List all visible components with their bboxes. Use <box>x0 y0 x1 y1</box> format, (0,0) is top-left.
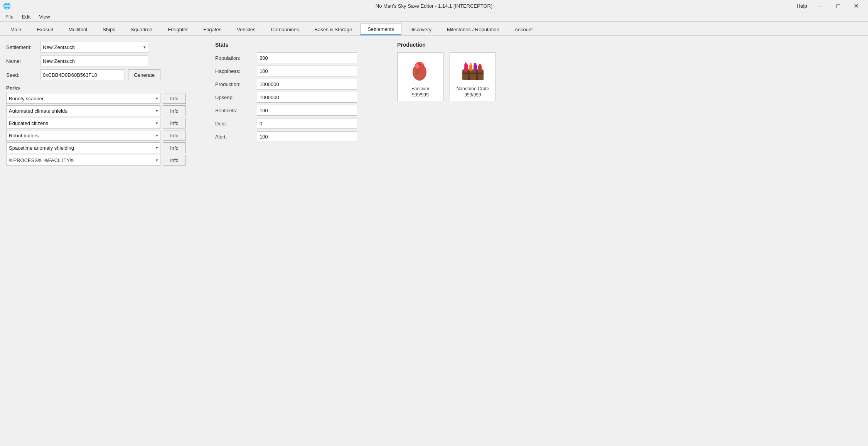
tab-multitool[interactable]: Multitool <box>61 24 94 35</box>
stat-label-debt: Debt: <box>215 121 254 127</box>
stat-row-alert: Alert: <box>215 131 385 142</box>
maximize-button[interactable]: □ <box>829 0 847 12</box>
stat-input-production[interactable] <box>257 79 357 90</box>
svg-rect-10 <box>465 63 467 65</box>
faecium-icon <box>407 57 434 84</box>
seed-input[interactable] <box>40 69 125 80</box>
settlement-select[interactable]: New Zentsuch <box>40 42 148 52</box>
minimize-button[interactable]: − <box>812 0 829 12</box>
menu-file[interactable]: File <box>2 13 17 20</box>
stat-input-sentinels[interactable] <box>257 105 357 116</box>
perk-select-wrapper-4: Spacetime anomaly shielding <box>6 142 160 153</box>
perk-info-button-5[interactable]: Info <box>163 155 186 166</box>
settlement-row: Settlement: New Zentsuch <box>6 42 203 52</box>
stat-input-happiness[interactable] <box>257 66 357 76</box>
stat-label-alert: Alert: <box>215 134 254 140</box>
tab-ships[interactable]: Ships <box>95 24 123 35</box>
svg-rect-5 <box>462 69 484 80</box>
svg-point-3 <box>416 68 420 74</box>
title-bar: 🌐 No Man's Sky Save Editor - 1.14.1 (INT… <box>0 0 868 12</box>
tab-freighter[interactable]: Freighter <box>160 24 195 35</box>
perk-select-0[interactable]: Bounty scanner <box>6 93 160 104</box>
generate-button[interactable]: Generate <box>128 69 160 80</box>
perk-info-button-3[interactable]: Info <box>163 130 186 141</box>
perk-select-2[interactable]: Educated citizens <box>6 118 160 128</box>
tab-squadron[interactable]: Squadron <box>123 24 160 35</box>
perk-info-button-4[interactable]: Info <box>163 142 186 153</box>
perk-select-wrapper-5: %PROCESS% %FACILITY% <box>6 155 160 166</box>
production-item-nanotube-crate[interactable]: Nanotube Crate 999/999 <box>450 52 496 101</box>
tab-bar: Main Exosuit Multitool Ships Squadron Fr… <box>0 22 868 35</box>
svg-rect-14 <box>474 64 477 71</box>
stat-label-happiness: Happiness: <box>215 68 254 74</box>
production-item-faecium[interactable]: Faecium 999/999 <box>397 52 443 101</box>
tab-milestones[interactable]: Milestones / Reputation <box>440 24 507 35</box>
stat-label-production: Production: <box>215 81 254 87</box>
perk-select-3[interactable]: Robot butlers <box>6 130 160 141</box>
settlement-label: Settlement: <box>6 44 37 50</box>
perk-info-button-0[interactable]: Info <box>163 93 186 104</box>
name-input[interactable] <box>40 56 148 66</box>
close-button[interactable]: ✕ <box>847 0 865 12</box>
perk-select-wrapper-2: Educated citizens <box>6 118 160 128</box>
window-title: No Man's Sky Save Editor - 1.14.1 (INTER… <box>376 3 493 9</box>
tab-exosuit[interactable]: Exosuit <box>29 24 61 35</box>
tab-discovery[interactable]: Discovery <box>402 24 439 35</box>
stat-row-happiness: Happiness: <box>215 66 385 76</box>
stat-row-debt: Debt: <box>215 118 385 129</box>
window-controls: − □ ✕ <box>812 0 865 12</box>
tab-frigates[interactable]: Frigates <box>196 24 229 35</box>
stat-row-upkeep: Upkeep: <box>215 92 385 103</box>
help-label[interactable]: Help <box>792 3 812 9</box>
production-title: Production <box>397 42 862 48</box>
title-bar-left: 🌐 <box>3 2 11 10</box>
perk-select-1[interactable]: Automated climate shields <box>6 105 160 116</box>
stat-row-production: Production: <box>215 79 385 90</box>
stat-row-sentinels: Sentinels: <box>215 105 385 116</box>
perk-row-1: Automated climate shields Info <box>6 105 203 116</box>
tab-vehicles[interactable]: Vehicles <box>229 24 263 35</box>
perks-label: Perks <box>6 85 203 91</box>
main-content: Settlement: New Zentsuch Name: Seed: Gen… <box>0 35 868 446</box>
tab-account[interactable]: Account <box>507 24 540 35</box>
perk-select-5[interactable]: %PROCESS% %FACILITY% <box>6 155 160 166</box>
production-items: Faecium 999/999 <box>397 52 862 101</box>
tab-main[interactable]: Main <box>3 24 29 35</box>
perk-select-4[interactable]: Spacetime anomaly shielding <box>6 142 160 153</box>
right-panel: Production <box>397 42 862 440</box>
seed-label: Seed: <box>6 72 37 78</box>
middle-panel: Stats Population: Happiness: Production:… <box>215 42 385 440</box>
nanotube-crate-count: 999/999 <box>464 92 481 98</box>
nanotube-crate-icon <box>459 57 486 84</box>
stat-input-debt[interactable] <box>257 118 357 129</box>
stat-input-upkeep[interactable] <box>257 92 357 103</box>
nanotube-crate-name: Nanotube Crate <box>457 86 489 91</box>
tab-companions[interactable]: Companions <box>264 24 307 35</box>
perk-select-wrapper-0: Bounty scanner <box>6 93 160 104</box>
perk-row-2: Educated citizens Info <box>6 118 203 128</box>
menu-edit[interactable]: Edit <box>18 13 34 20</box>
menu-bar: File Edit View <box>0 12 868 22</box>
faecium-name: Faecium <box>411 86 429 91</box>
perk-info-button-2[interactable]: Info <box>163 118 186 128</box>
svg-rect-13 <box>470 63 472 66</box>
faecium-count: 999/999 <box>412 92 428 98</box>
tab-bases-storage[interactable]: Bases & Storage <box>307 24 360 35</box>
stat-input-alert[interactable] <box>257 131 357 142</box>
perk-info-button-1[interactable]: Info <box>163 105 186 116</box>
perk-row-5: %PROCESS% %FACILITY% Info <box>6 155 203 166</box>
stat-input-population[interactable] <box>257 52 357 63</box>
tab-settlements[interactable]: Settlements <box>360 24 401 35</box>
stat-row-population: Population: <box>215 52 385 63</box>
perk-select-wrapper-3: Robot butlers <box>6 130 160 141</box>
perk-row-0: Bounty scanner Info <box>6 93 203 104</box>
stat-label-sentinels: Sentinels: <box>215 108 254 113</box>
settlement-select-wrapper: New Zentsuch <box>40 42 148 52</box>
left-panel: Settlement: New Zentsuch Name: Seed: Gen… <box>6 42 203 440</box>
menu-view[interactable]: View <box>35 13 54 20</box>
svg-rect-6 <box>462 73 484 74</box>
name-row: Name: <box>6 56 203 66</box>
svg-rect-7 <box>468 69 470 80</box>
svg-rect-15 <box>474 63 476 65</box>
seed-row: Seed: Generate <box>6 69 203 80</box>
